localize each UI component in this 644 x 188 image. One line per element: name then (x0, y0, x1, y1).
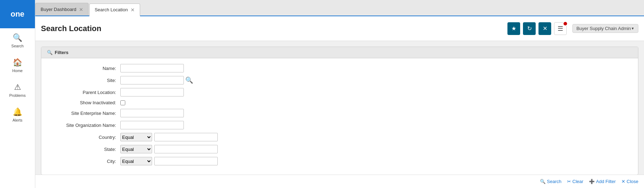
country-row: Country: Equal Not Equal Contains (50, 133, 630, 141)
name-row: Name: (50, 64, 630, 72)
bell-icon: 🔔 (13, 107, 22, 117)
country-label: Country: (50, 135, 120, 140)
logo-text: one (11, 10, 24, 19)
add-filter-label: Add Filter (596, 179, 616, 184)
site-enterprise-row: Site Enterprise Name: (50, 109, 630, 117)
tab-buyer-dashboard[interactable]: Buyer Dashboard ✕ (35, 3, 89, 16)
site-organization-input[interactable] (120, 121, 184, 129)
close-action-label: Close (627, 179, 638, 184)
city-operator-select[interactable]: Equal Not Equal Contains (120, 157, 152, 165)
refresh-button[interactable]: ↻ (523, 22, 536, 35)
main-area: Buyer Dashboard ✕ Search Location ✕ Sear… (35, 0, 644, 188)
sidebar-item-home-label: Home (12, 69, 23, 73)
sidebar-item-search-label: Search (11, 44, 24, 48)
add-filter-action[interactable]: ➕ Add Filter (589, 179, 616, 184)
tab-buyer-dashboard-close[interactable]: ✕ (79, 7, 83, 12)
menu-button[interactable]: ☰ (554, 22, 567, 35)
show-inactivated-checkbox[interactable] (120, 100, 125, 105)
close-action[interactable]: ✕ Close (621, 179, 638, 184)
sidebar-item-search[interactable]: 🔍 Search (0, 28, 35, 53)
filters-panel: 🔍 Filters Name: Site: 🔍 Parent Location (41, 47, 638, 175)
search-action[interactable]: 🔍 Search (540, 179, 561, 184)
clear-action-label: Clear (572, 179, 583, 184)
city-value-input[interactable] (154, 157, 218, 165)
sidebar-item-home[interactable]: 🏠 Home (0, 53, 35, 78)
sidebar-item-problems[interactable]: ⚠ Problems (0, 78, 35, 102)
city-row: City: Equal Not Equal Contains (50, 157, 630, 165)
tab-buyer-dashboard-label: Buyer Dashboard (41, 7, 76, 12)
header-bar: Search Location ★ ↻ ✕ ☰ Buyer Supply Cha… (35, 16, 644, 41)
tab-search-location-close[interactable]: ✕ (131, 7, 135, 12)
content-area: 🔍 Filters Name: Site: 🔍 Parent Location (35, 41, 644, 175)
sidebar-item-alerts[interactable]: 🔔 Alerts (0, 102, 35, 127)
clear-action-icon: ✂ (567, 179, 571, 184)
site-enterprise-input[interactable] (120, 109, 184, 117)
close-tab-button[interactable]: ✕ (538, 22, 551, 35)
name-label: Name: (50, 66, 120, 71)
state-label: State: (50, 147, 120, 152)
home-icon: 🏠 (13, 58, 22, 67)
notification-dot (563, 21, 568, 26)
page-title: Search Location (41, 24, 507, 33)
add-filter-icon: ➕ (589, 179, 595, 184)
country-operator-select[interactable]: Equal Not Equal Contains (120, 133, 152, 141)
bottom-bar: 🔍 Search ✂ Clear ➕ Add Filter ✕ Close (35, 175, 644, 188)
site-enterprise-label: Site Enterprise Name: (50, 111, 120, 116)
chevron-down-icon: ▼ (631, 27, 634, 30)
close-action-icon: ✕ (621, 179, 625, 184)
user-dropdown[interactable]: Buyer Supply Chain Admin ▼ (572, 24, 638, 33)
parent-location-label: Parent Location: (50, 90, 120, 95)
search-icon: 🔍 (13, 33, 22, 42)
search-action-icon: 🔍 (540, 179, 546, 184)
name-input[interactable] (120, 64, 184, 72)
tab-search-location[interactable]: Search Location ✕ (89, 4, 140, 16)
filters-tab: 🔍 Filters (41, 47, 638, 58)
tab-search-location-label: Search Location (95, 7, 128, 12)
sidebar-item-alerts-label: Alerts (12, 118, 22, 122)
site-organization-label: Site Organization Name: (50, 123, 120, 128)
site-input[interactable] (120, 76, 184, 84)
filter-search-icon: 🔍 (47, 50, 53, 55)
state-row: State: Equal Not Equal Contains (50, 145, 630, 153)
tab-bar: Buyer Dashboard ✕ Search Location ✕ (35, 0, 644, 16)
favorite-button[interactable]: ★ (507, 22, 520, 35)
show-inactivated-row: Show Inactivated: (50, 100, 630, 105)
city-label: City: (50, 159, 120, 164)
sidebar-item-problems-label: Problems (9, 93, 25, 98)
user-name: Buyer Supply Chain Admin (576, 26, 631, 31)
state-value-input[interactable] (154, 145, 218, 153)
header-actions: ★ ↻ ✕ ☰ Buyer Supply Chain Admin ▼ (507, 22, 638, 35)
parent-location-input[interactable] (120, 88, 184, 96)
app-logo: one (0, 0, 35, 28)
site-search-button[interactable]: 🔍 (185, 76, 193, 84)
filters-body: Name: Site: 🔍 Parent Location: Show Inac… (41, 58, 638, 175)
warning-icon: ⚠ (14, 83, 21, 92)
show-inactivated-label: Show Inactivated: (50, 100, 120, 105)
filters-tab-label: Filters (55, 50, 68, 55)
parent-location-row: Parent Location: (50, 88, 630, 96)
clear-action[interactable]: ✂ Clear (567, 179, 583, 184)
hamburger-icon: ☰ (558, 25, 563, 33)
sidebar: one 🔍 Search 🏠 Home ⚠ Problems 🔔 Alerts (0, 0, 35, 188)
country-value-input[interactable] (154, 133, 218, 141)
site-organization-row: Site Organization Name: (50, 121, 630, 129)
site-row: Site: 🔍 (50, 76, 630, 84)
site-label: Site: (50, 78, 120, 83)
state-operator-select[interactable]: Equal Not Equal Contains (120, 145, 152, 153)
search-action-label: Search (547, 179, 561, 184)
